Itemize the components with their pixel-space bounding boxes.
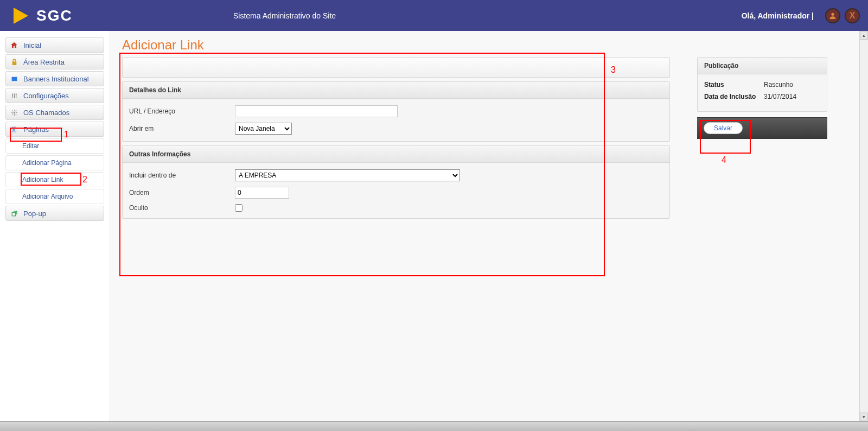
sidebar-item-label: Configurações [23, 92, 69, 100]
publication-actionbar: Salvar [697, 117, 827, 139]
header-subtitle: Sistema Administrativo do Site [233, 11, 336, 20]
sidebar-item-label: Adicionar Página [22, 159, 72, 167]
sidebar-item-paginas[interactable]: Páginas [5, 122, 104, 137]
bottom-bar [0, 421, 868, 431]
sidebar: Inicial Área Restrita Banners Institucio… [0, 31, 110, 431]
form-column: Detalhes do Link URL / Endereço Abrir em… [122, 57, 670, 223]
panel-publicacao: Publicação Status Rascunho Data de Inclu… [697, 57, 827, 112]
svg-point-2 [12, 94, 13, 95]
panel-header: Publicação [698, 58, 827, 74]
sidebar-subitem-adicionar-pagina[interactable]: Adicionar Página [5, 155, 104, 170]
sidebar-item-label: Inicial [23, 41, 41, 49]
sidebar-item-label: Área Restrita [23, 58, 65, 66]
data-inclusao-value: 31/07/2014 [764, 93, 796, 100]
status-label: Status [704, 81, 764, 88]
image-icon [10, 75, 18, 83]
home-icon [10, 41, 18, 49]
oculto-checkbox[interactable] [235, 204, 242, 212]
svg-point-0 [831, 12, 834, 15]
save-button[interactable]: Salvar [704, 122, 743, 134]
sidebar-item-banners[interactable]: Banners Institucional [5, 71, 104, 86]
data-inclusao-label: Data de Inclusão [704, 93, 764, 100]
gear-icon [10, 109, 18, 116]
header-greeting: Olá, Administrador | [742, 11, 814, 20]
sidebar-subitem-adicionar-arquivo[interactable]: Adicionar Arquivo [5, 189, 104, 204]
header-icons: X [825, 8, 860, 23]
url-input[interactable] [235, 105, 398, 117]
ordem-label: Ordem [129, 189, 235, 197]
settings-icon [10, 92, 18, 99]
panel-outras: Outras Informações Incluir dentro de A E… [122, 145, 670, 219]
sidebar-item-inicial[interactable]: Inicial [5, 37, 104, 53]
svg-rect-1 [11, 77, 17, 81]
scroll-down-arrow-icon[interactable]: ▾ [860, 413, 868, 421]
sidebar-item-label: Banners Institucional [23, 75, 89, 83]
scroll-up-arrow-icon[interactable]: ▴ [860, 31, 868, 40]
popup-icon [10, 210, 18, 217]
sidebar-item-label: OS Chamados [23, 109, 69, 117]
ordem-input[interactable] [235, 187, 289, 199]
sidebar-item-label: Adicionar Arquivo [22, 193, 73, 200]
sidebar-subitem-adicionar-link[interactable]: Adicionar Link [5, 172, 104, 187]
logo-text: SGC [36, 7, 73, 24]
content-area: Adicionar Link Detalhes do Link URL / En… [110, 31, 868, 431]
incluir-select[interactable]: A EMPRESA [235, 169, 460, 181]
play-triangle-icon [14, 8, 28, 24]
logo-area: SGC [0, 7, 73, 24]
oculto-label: Oculto [129, 204, 235, 212]
svg-point-5 [13, 111, 15, 113]
sidebar-item-label: Páginas [23, 125, 49, 134]
sidebar-item-area-restrita[interactable]: Área Restrita [5, 54, 104, 69]
page-title: Adicionar Link [122, 37, 856, 53]
sidebar-item-label: Pop-up [23, 210, 46, 218]
status-value: Rascunho [764, 81, 793, 88]
panel-header: Outras Informações [123, 146, 669, 163]
sidebar-item-configuracoes[interactable]: Configurações [5, 88, 104, 103]
close-icon[interactable]: X [845, 8, 860, 23]
sidebar-item-label: Adicionar Link [22, 176, 63, 183]
annotation-number-1: 1 [64, 130, 69, 140]
panel-detalhes: Detalhes do Link URL / Endereço Abrir em… [122, 81, 670, 142]
panel-header: Detalhes do Link [123, 82, 669, 99]
vertical-scrollbar[interactable]: ▴ ▾ [859, 31, 868, 421]
annotation-number-2: 2 [82, 175, 87, 185]
document-icon [10, 125, 18, 133]
abrir-select[interactable]: Nova Janela [235, 123, 292, 135]
incluir-label: Incluir dentro de [129, 172, 235, 179]
top-header: SGC Sistema Administrativo do Site Olá, … [0, 0, 868, 31]
sidebar-item-popup[interactable]: Pop-up [5, 206, 104, 221]
annotation-number-3: 3 [611, 65, 616, 75]
user-account-icon[interactable] [825, 8, 840, 23]
sidebar-item-os-chamados[interactable]: OS Chamados [5, 105, 104, 120]
svg-point-3 [14, 96, 15, 97]
publication-column: Publicação Status Rascunho Data de Inclu… [697, 57, 827, 223]
title-input-panel[interactable] [122, 57, 670, 78]
abrir-label: Abrir em [129, 125, 235, 132]
annotation-number-4: 4 [722, 155, 726, 165]
lock-icon [10, 58, 18, 66]
url-label: URL / Endereço [129, 107, 235, 115]
sidebar-item-label: Editar [22, 142, 39, 150]
svg-point-4 [15, 93, 16, 94]
sidebar-subitem-editar[interactable]: Editar [5, 138, 104, 154]
